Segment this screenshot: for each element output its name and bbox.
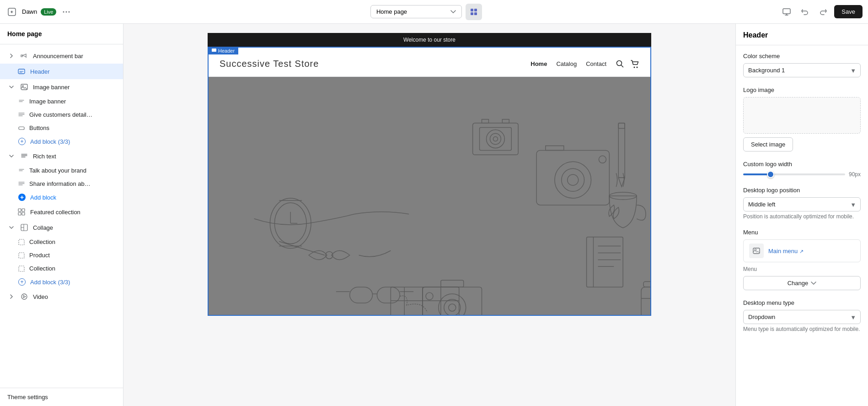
color-scheme-label: Color scheme — [743, 53, 861, 60]
sidebar-item-featured-collection[interactable]: Featured collection — [0, 204, 123, 220]
menu-label: Menu — [743, 229, 861, 236]
change-button[interactable]: Change — [743, 276, 861, 290]
sidebar-subitem-give-customers[interactable]: Give customers details about ... — [0, 108, 123, 121]
svg-rect-20 — [19, 266, 24, 271]
color-scheme-select[interactable]: Background 1 Background 2 Inverse Accent… — [743, 63, 861, 77]
sidebar-subitem-buttons[interactable]: Buttons — [0, 121, 123, 135]
grid-view-button[interactable] — [466, 4, 482, 20]
svg-rect-19 — [19, 253, 24, 258]
featured-collection-label: Featured collection — [30, 209, 80, 216]
svg-rect-6 — [471, 12, 473, 15]
right-panel: Header Color scheme Background 1 Backgro… — [735, 24, 868, 406]
svg-rect-4 — [471, 9, 473, 11]
spacer-icon — [7, 67, 13, 76]
sidebar-subitem-image-banner-title[interactable]: Image banner — [0, 95, 123, 108]
chevron-right-icon-video — [7, 292, 16, 301]
plus-icon: + — [18, 138, 26, 145]
svg-point-1 — [63, 11, 64, 12]
collage-icon — [20, 223, 28, 232]
video-label: Video — [33, 293, 48, 300]
left-sidebar: Home page Announcement bar — [0, 24, 123, 406]
megaphone-icon — [20, 52, 28, 60]
desktop-logo-position-label: Desktop logo position — [743, 187, 861, 194]
svg-rect-26 — [209, 77, 650, 314]
desktop-logo-position-wrapper: Middle left Top left Top center ▼ — [743, 197, 861, 211]
sidebar-subitem-collection-2[interactable]: Collection — [0, 262, 123, 275]
search-icon[interactable] — [616, 60, 625, 69]
svg-rect-8 — [783, 9, 790, 14]
logo-width-slider[interactable] — [743, 173, 845, 175]
svg-point-3 — [69, 11, 70, 12]
external-link-icon: ↗ — [799, 249, 804, 254]
store-nav-icons — [616, 60, 639, 69]
svg-rect-13 — [18, 209, 21, 211]
chevron-down-icon-collage — [7, 223, 16, 232]
color-scheme-section: Color scheme Background 1 Background 2 I… — [743, 53, 861, 77]
redo-button[interactable] — [816, 5, 830, 19]
canvas-area: Welcome to our store Header Successive T… — [123, 24, 735, 406]
announcement-bar-label: Announcement bar — [33, 53, 83, 60]
image-banner-label: Image banner — [33, 84, 70, 91]
add-block-rich-text[interactable]: + Add block — [0, 190, 123, 204]
sidebar-item-announcement-bar[interactable]: Announcement bar — [0, 48, 123, 64]
menu-type-note: Menu type is automatically optimized for… — [743, 326, 861, 332]
svg-rect-14 — [22, 209, 25, 211]
plus-icon-collage: + — [18, 278, 26, 286]
cart-icon[interactable] — [630, 60, 639, 69]
main-menu-label[interactable]: Main menu ↗ — [768, 248, 855, 254]
header-label-text: Header — [218, 48, 235, 54]
svg-rect-5 — [474, 9, 477, 11]
select-image-button[interactable]: Select image — [743, 137, 793, 152]
collage-label: Collage — [33, 224, 53, 231]
custom-logo-width-section: Custom logo width 90px — [743, 161, 861, 178]
logo-image-drop-area — [743, 97, 861, 134]
back-icon[interactable] — [5, 5, 18, 18]
sidebar-subitem-talk-brand[interactable]: Talk about your brand — [0, 164, 123, 177]
save-button[interactable]: Save — [834, 5, 863, 18]
svg-rect-22 — [212, 49, 216, 52]
nav-home[interactable]: Home — [530, 60, 547, 67]
theme-settings-button[interactable]: Theme settings — [7, 394, 48, 401]
sidebar-item-video[interactable]: Video — [0, 289, 123, 304]
header-section-label: Header — [208, 47, 238, 54]
sidebar-item-rich-text[interactable]: Rich text — [0, 148, 123, 164]
welcome-text: Welcome to our store — [403, 37, 455, 43]
position-note: Position is automatically optimized for … — [743, 213, 861, 220]
monitor-button[interactable] — [779, 5, 794, 19]
chevron-down-icon — [7, 83, 16, 91]
store-name-label: Dawn — [22, 8, 37, 15]
topbar-left: Dawn Live — [5, 5, 73, 18]
store-logo: Successive Test Store — [220, 59, 530, 69]
sidebar-subitem-product[interactable]: Product — [0, 249, 123, 262]
page-selector[interactable]: Home page — [370, 5, 462, 18]
rich-text-icon — [20, 152, 28, 160]
undo-button[interactable] — [798, 5, 812, 19]
sidebar-title: Home page — [0, 24, 123, 44]
sidebar-subitem-share-info[interactable]: Share information about your... — [0, 177, 123, 190]
store-frame: Header Successive Test Store Home Catalo… — [208, 47, 651, 316]
sidebar-item-image-banner[interactable]: Image banner — [0, 79, 123, 95]
more-options-button[interactable] — [60, 5, 73, 18]
sidebar-item-collage[interactable]: Collage — [0, 220, 123, 235]
color-scheme-select-wrapper: Background 1 Background 2 Inverse Accent… — [743, 63, 861, 77]
add-block-collage[interactable]: + Add block (3/3) — [0, 275, 123, 289]
collection-icon — [17, 208, 26, 216]
logo-image-section: Logo image Select image — [743, 87, 861, 152]
topbar-right: Save — [779, 5, 863, 19]
nav-catalog[interactable]: Catalog — [556, 60, 577, 67]
video-icon — [20, 292, 28, 301]
nav-contact[interactable]: Contact — [586, 60, 606, 67]
topbar: Dawn Live Home page — [0, 0, 868, 24]
desktop-menu-type-select[interactable]: Dropdown Mega menu — [743, 310, 861, 324]
right-panel-content: Color scheme Background 1 Background 2 I… — [736, 45, 868, 406]
desktop-menu-type-label: Desktop menu type — [743, 299, 861, 306]
svg-point-11 — [22, 86, 24, 87]
sidebar-subitem-collection-1[interactable]: Collection — [0, 235, 123, 249]
image-icon — [20, 83, 28, 91]
desktop-logo-position-select[interactable]: Middle left Top left Top center — [743, 197, 861, 211]
svg-rect-12 — [19, 127, 24, 130]
chevron-right-icon — [7, 52, 16, 60]
sidebar-item-header[interactable]: Header — [0, 64, 123, 79]
header-label: Header — [30, 68, 50, 75]
add-block-image-banner[interactable]: + Add block (3/3) — [0, 135, 123, 148]
